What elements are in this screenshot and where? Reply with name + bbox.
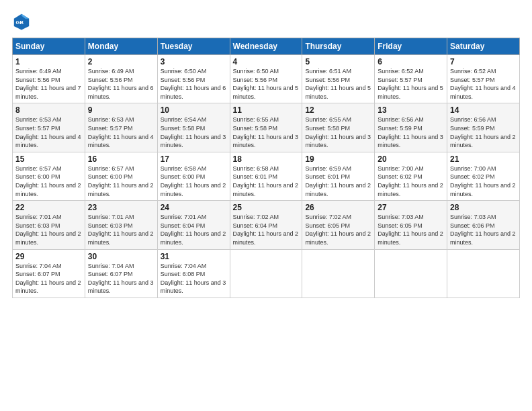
day-number: 6 xyxy=(378,57,444,66)
day-info: Sunrise: 6:54 AMSunset: 5:58 PMDaylight:… xyxy=(161,116,226,148)
day-cell-8: 8Sunrise: 6:53 AMSunset: 5:57 PMDaylight… xyxy=(13,103,85,152)
day-number: 1 xyxy=(15,57,82,66)
day-cell-6: 6Sunrise: 6:52 AMSunset: 5:57 PMDaylight… xyxy=(375,55,447,103)
day-info: Sunrise: 7:04 AMSunset: 6:08 PMDaylight:… xyxy=(161,263,226,295)
header-cell-sunday: Sunday xyxy=(13,38,85,55)
day-info: Sunrise: 7:01 AMSunset: 6:03 PMDaylight:… xyxy=(15,214,81,246)
day-info: Sunrise: 7:04 AMSunset: 6:07 PMDaylight:… xyxy=(15,263,81,295)
empty-cell xyxy=(447,249,520,298)
day-number: 18 xyxy=(233,154,300,164)
day-cell-2: 2Sunrise: 6:49 AMSunset: 5:56 PMDaylight… xyxy=(85,55,157,103)
day-cell-9: 9Sunrise: 6:53 AMSunset: 5:57 PMDaylight… xyxy=(85,103,157,152)
day-info: Sunrise: 6:50 AMSunset: 5:56 PMDaylight:… xyxy=(233,68,299,100)
header-cell-saturday: Saturday xyxy=(447,38,520,55)
day-cell-5: 5Sunrise: 6:51 AMSunset: 5:56 PMDaylight… xyxy=(302,55,375,103)
day-info: Sunrise: 6:56 AMSunset: 5:59 PMDaylight:… xyxy=(378,116,443,148)
week-row-3: 15Sunrise: 6:57 AMSunset: 6:00 PMDayligh… xyxy=(13,152,520,200)
week-row-2: 8Sunrise: 6:53 AMSunset: 5:57 PMDaylight… xyxy=(13,103,520,152)
day-cell-16: 16Sunrise: 6:57 AMSunset: 6:00 PMDayligh… xyxy=(85,152,157,200)
day-number: 22 xyxy=(15,203,82,212)
empty-cell xyxy=(230,249,302,298)
day-number: 3 xyxy=(161,57,227,66)
day-info: Sunrise: 6:49 AMSunset: 5:56 PMDaylight:… xyxy=(88,68,154,100)
week-row-5: 29Sunrise: 7:04 AMSunset: 6:07 PMDayligh… xyxy=(13,249,520,298)
day-number: 4 xyxy=(233,57,300,66)
day-info: Sunrise: 6:49 AMSunset: 5:56 PMDaylight:… xyxy=(15,68,81,100)
day-cell-31: 31Sunrise: 7:04 AMSunset: 6:08 PMDayligh… xyxy=(157,249,230,298)
day-number: 24 xyxy=(161,203,227,212)
day-info: Sunrise: 6:55 AMSunset: 5:58 PMDaylight:… xyxy=(305,116,371,148)
svg-text:GB: GB xyxy=(16,19,24,26)
day-cell-3: 3Sunrise: 6:50 AMSunset: 5:56 PMDaylight… xyxy=(157,55,230,103)
day-cell-22: 22Sunrise: 7:01 AMSunset: 6:03 PMDayligh… xyxy=(13,201,85,249)
day-info: Sunrise: 7:02 AMSunset: 6:05 PMDaylight:… xyxy=(305,214,371,246)
header-cell-monday: Monday xyxy=(85,38,157,55)
day-number: 27 xyxy=(378,203,444,212)
day-number: 23 xyxy=(88,203,154,212)
empty-cell xyxy=(375,249,447,298)
day-number: 15 xyxy=(15,154,82,164)
day-info: Sunrise: 6:58 AMSunset: 6:00 PMDaylight:… xyxy=(161,165,226,197)
day-number: 25 xyxy=(233,203,300,212)
day-info: Sunrise: 6:53 AMSunset: 5:57 PMDaylight:… xyxy=(88,116,154,148)
day-number: 7 xyxy=(450,57,517,66)
day-cell-7: 7Sunrise: 6:52 AMSunset: 5:57 PMDaylight… xyxy=(447,55,520,103)
day-cell-28: 28Sunrise: 7:03 AMSunset: 6:06 PMDayligh… xyxy=(447,201,520,249)
day-info: Sunrise: 7:00 AMSunset: 6:02 PMDaylight:… xyxy=(450,165,516,197)
day-cell-17: 17Sunrise: 6:58 AMSunset: 6:00 PMDayligh… xyxy=(157,152,230,200)
day-number: 28 xyxy=(450,203,517,212)
day-number: 8 xyxy=(15,105,82,115)
empty-cell xyxy=(302,249,375,298)
day-info: Sunrise: 7:01 AMSunset: 6:04 PMDaylight:… xyxy=(161,214,226,246)
header: GB xyxy=(12,12,520,31)
day-cell-30: 30Sunrise: 7:04 AMSunset: 6:07 PMDayligh… xyxy=(85,249,157,298)
day-number: 10 xyxy=(161,105,227,115)
header-cell-friday: Friday xyxy=(375,38,447,55)
day-cell-18: 18Sunrise: 6:58 AMSunset: 6:01 PMDayligh… xyxy=(230,152,302,200)
day-number: 20 xyxy=(378,154,444,164)
day-number: 12 xyxy=(305,105,371,115)
day-info: Sunrise: 6:52 AMSunset: 5:57 PMDaylight:… xyxy=(378,68,443,100)
header-row: SundayMondayTuesdayWednesdayThursdayFrid… xyxy=(13,38,520,55)
week-row-4: 22Sunrise: 7:01 AMSunset: 6:03 PMDayligh… xyxy=(13,201,520,249)
header-cell-thursday: Thursday xyxy=(302,38,375,55)
day-cell-13: 13Sunrise: 6:56 AMSunset: 5:59 PMDayligh… xyxy=(375,103,447,152)
day-number: 14 xyxy=(450,105,517,115)
day-number: 5 xyxy=(305,57,371,66)
day-info: Sunrise: 7:03 AMSunset: 6:05 PMDaylight:… xyxy=(378,214,443,246)
day-info: Sunrise: 7:01 AMSunset: 6:03 PMDaylight:… xyxy=(88,214,154,246)
logo: GB xyxy=(12,12,32,31)
day-cell-11: 11Sunrise: 6:55 AMSunset: 5:58 PMDayligh… xyxy=(230,103,302,152)
day-number: 19 xyxy=(305,154,371,164)
day-cell-10: 10Sunrise: 6:54 AMSunset: 5:58 PMDayligh… xyxy=(157,103,230,152)
day-info: Sunrise: 6:50 AMSunset: 5:56 PMDaylight:… xyxy=(161,68,226,100)
day-cell-1: 1Sunrise: 6:49 AMSunset: 5:56 PMDaylight… xyxy=(13,55,85,103)
day-cell-12: 12Sunrise: 6:55 AMSunset: 5:58 PMDayligh… xyxy=(302,103,375,152)
day-number: 30 xyxy=(88,252,154,261)
day-number: 13 xyxy=(378,105,444,115)
day-cell-21: 21Sunrise: 7:00 AMSunset: 6:02 PMDayligh… xyxy=(447,152,520,200)
day-number: 26 xyxy=(305,203,371,212)
day-info: Sunrise: 7:00 AMSunset: 6:02 PMDaylight:… xyxy=(378,165,443,197)
day-cell-19: 19Sunrise: 6:59 AMSunset: 6:01 PMDayligh… xyxy=(302,152,375,200)
day-info: Sunrise: 6:52 AMSunset: 5:57 PMDaylight:… xyxy=(450,68,516,100)
header-cell-wednesday: Wednesday xyxy=(230,38,302,55)
page: GB SundayMondayTuesdayWednesdayThursdayF… xyxy=(0,0,532,411)
day-info: Sunrise: 6:51 AMSunset: 5:56 PMDaylight:… xyxy=(305,68,371,100)
day-info: Sunrise: 6:56 AMSunset: 5:59 PMDaylight:… xyxy=(450,116,516,148)
day-info: Sunrise: 7:02 AMSunset: 6:04 PMDaylight:… xyxy=(233,214,299,246)
day-info: Sunrise: 6:57 AMSunset: 6:00 PMDaylight:… xyxy=(15,165,81,197)
day-number: 29 xyxy=(15,252,82,261)
day-cell-4: 4Sunrise: 6:50 AMSunset: 5:56 PMDaylight… xyxy=(230,55,302,103)
day-cell-23: 23Sunrise: 7:01 AMSunset: 6:03 PMDayligh… xyxy=(85,201,157,249)
day-info: Sunrise: 6:59 AMSunset: 6:01 PMDaylight:… xyxy=(305,165,371,197)
day-info: Sunrise: 7:04 AMSunset: 6:07 PMDaylight:… xyxy=(88,263,154,295)
day-cell-20: 20Sunrise: 7:00 AMSunset: 6:02 PMDayligh… xyxy=(375,152,447,200)
day-info: Sunrise: 6:58 AMSunset: 6:01 PMDaylight:… xyxy=(233,165,299,197)
day-cell-14: 14Sunrise: 6:56 AMSunset: 5:59 PMDayligh… xyxy=(447,103,520,152)
day-number: 31 xyxy=(161,252,227,261)
day-number: 11 xyxy=(233,105,300,115)
day-cell-15: 15Sunrise: 6:57 AMSunset: 6:00 PMDayligh… xyxy=(13,152,85,200)
header-cell-tuesday: Tuesday xyxy=(157,38,230,55)
calendar-table: SundayMondayTuesdayWednesdayThursdayFrid… xyxy=(12,38,520,298)
